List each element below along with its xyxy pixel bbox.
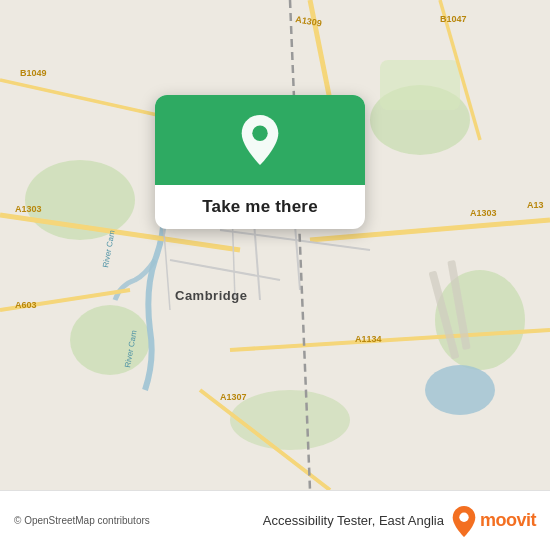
map-pin-icon	[236, 113, 284, 167]
svg-point-6	[230, 390, 350, 450]
svg-text:B1047: B1047	[440, 14, 467, 24]
svg-text:A1307: A1307	[220, 392, 247, 402]
card-green-header	[155, 95, 365, 185]
card-button-area: Take me there	[155, 185, 365, 229]
svg-rect-5	[380, 60, 460, 110]
svg-text:A1303: A1303	[15, 204, 42, 214]
svg-text:A1134: A1134	[355, 334, 382, 344]
moovit-brand-text: moovit	[480, 510, 536, 531]
map-background: A1309 B1047 B1049 A1303 A1303 A13 A603 A…	[0, 0, 550, 490]
moovit-logo: moovit	[450, 505, 536, 537]
svg-text:A13: A13	[527, 200, 544, 210]
location-card: Take me there	[155, 95, 365, 229]
app-name-label: Accessibility Tester, East Anglia	[263, 513, 444, 528]
map-container: A1309 B1047 B1049 A1303 A1303 A13 A603 A…	[0, 0, 550, 490]
moovit-pin-icon	[450, 505, 478, 537]
svg-text:A1303: A1303	[470, 208, 497, 218]
branding-area: Accessibility Tester, East Anglia moovit	[263, 505, 536, 537]
attribution-text: © OpenStreetMap contributors	[14, 515, 150, 526]
bottom-bar: © OpenStreetMap contributors Accessibili…	[0, 490, 550, 550]
svg-text:A603: A603	[15, 300, 37, 310]
svg-text:B1049: B1049	[20, 68, 47, 78]
svg-point-40	[459, 512, 468, 521]
svg-point-39	[252, 126, 267, 141]
svg-text:Cambridge: Cambridge	[175, 288, 247, 303]
take-me-there-button[interactable]: Take me there	[202, 197, 318, 217]
svg-point-7	[425, 365, 495, 415]
svg-point-2	[70, 305, 150, 375]
